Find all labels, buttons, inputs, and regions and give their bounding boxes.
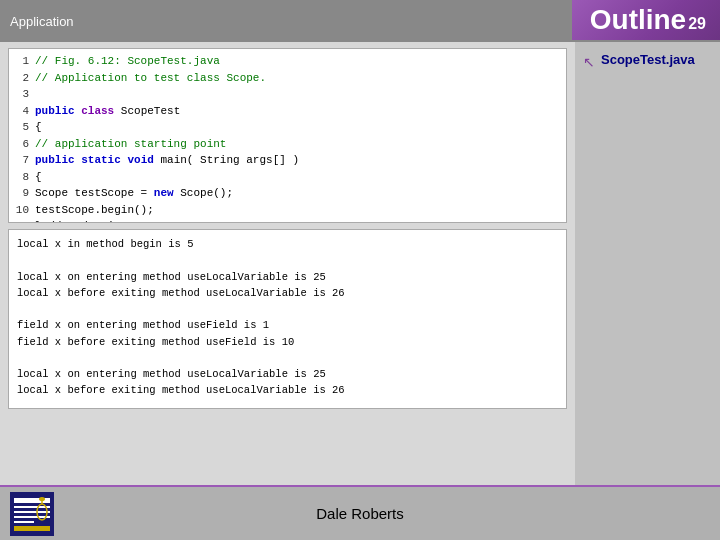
line-number: 6 xyxy=(15,136,29,153)
output-line: local x in method begin is 5 xyxy=(17,236,558,252)
line-text: // Application to test class Scope. xyxy=(35,70,266,87)
svg-rect-4 xyxy=(14,516,50,518)
line-text: Scope testScope = new Scope(); xyxy=(35,185,233,202)
output-line xyxy=(17,399,558,409)
code-line: 11 } // end main xyxy=(15,218,560,223)
output-line: local x on entering method useLocalVaria… xyxy=(17,269,558,285)
line-number: 9 xyxy=(15,185,29,202)
footer-author-name: Dale Roberts xyxy=(316,505,404,522)
line-number: 1 xyxy=(15,53,29,70)
output-line: local x before exiting method useLocalVa… xyxy=(17,382,558,398)
code-line: 8 { xyxy=(15,169,560,186)
svg-rect-5 xyxy=(14,521,34,523)
svg-rect-2 xyxy=(14,506,50,508)
code-line: 3 xyxy=(15,86,560,103)
line-number: 11 xyxy=(15,218,29,223)
code-line: 1// Fig. 6.12: ScopeTest.java xyxy=(15,53,560,70)
output-line: local x on entering method useLocalVaria… xyxy=(17,366,558,382)
code-line: 5{ xyxy=(15,119,560,136)
sidebar-link-scopetest[interactable]: ScopeTest.java xyxy=(601,52,695,69)
code-area: 1// Fig. 6.12: ScopeTest.java2// Applica… xyxy=(8,48,567,223)
output-line: local x before exiting method useLocalVa… xyxy=(17,285,558,301)
output-line: field x on entering method useField is 1 xyxy=(17,317,558,333)
svg-rect-3 xyxy=(14,511,50,513)
line-number: 4 xyxy=(15,103,29,120)
line-text: public static void main( String args[] ) xyxy=(35,152,299,169)
svg-point-9 xyxy=(39,497,45,501)
line-number: 3 xyxy=(15,86,29,103)
footer: Dale Roberts xyxy=(0,485,720,540)
main-content: 1// Fig. 6.12: ScopeTest.java2// Applica… xyxy=(0,42,720,485)
line-text: testScope.begin(); xyxy=(35,202,154,219)
top-bar-title: Application xyxy=(10,14,74,29)
outline-label: Outline xyxy=(590,4,686,36)
iupui-logo xyxy=(10,492,54,536)
sidebar-item-scopetest[interactable]: ↖ ScopeTest.java xyxy=(583,52,695,70)
code-line: 10 testScope.begin(); xyxy=(15,202,560,219)
svg-rect-6 xyxy=(14,526,50,531)
code-panel: 1// Fig. 6.12: ScopeTest.java2// Applica… xyxy=(0,42,575,485)
line-text: { xyxy=(35,169,42,186)
line-number: 2 xyxy=(15,70,29,87)
output-area: local x in method begin is 5 local x on … xyxy=(8,229,567,409)
output-line xyxy=(17,350,558,366)
line-text: public class ScopeTest xyxy=(35,103,180,120)
output-line xyxy=(17,301,558,317)
outline-number: 29 xyxy=(688,15,706,33)
code-line: 2// Application to test class Scope. xyxy=(15,70,560,87)
right-sidebar: ↖ ScopeTest.java xyxy=(575,42,720,485)
line-text: // Fig. 6.12: ScopeTest.java xyxy=(35,53,220,70)
code-line: 4public class ScopeTest xyxy=(15,103,560,120)
outline-badge: Outline 29 xyxy=(572,0,720,40)
line-text: } // end main xyxy=(35,218,121,223)
line-number: 10 xyxy=(15,202,29,219)
line-number: 5 xyxy=(15,119,29,136)
output-line xyxy=(17,252,558,268)
top-bar: Application Outline 29 xyxy=(0,0,720,42)
line-text: // application starting point xyxy=(35,136,226,153)
code-line: 9 Scope testScope = new Scope(); xyxy=(15,185,560,202)
line-text: { xyxy=(35,119,42,136)
arrow-icon: ↖ xyxy=(583,54,595,70)
output-line: field x before exiting method useField i… xyxy=(17,334,558,350)
code-line: 7 public static void main( String args[]… xyxy=(15,152,560,169)
code-line: 6 // application starting point xyxy=(15,136,560,153)
line-number: 8 xyxy=(15,169,29,186)
line-number: 7 xyxy=(15,152,29,169)
